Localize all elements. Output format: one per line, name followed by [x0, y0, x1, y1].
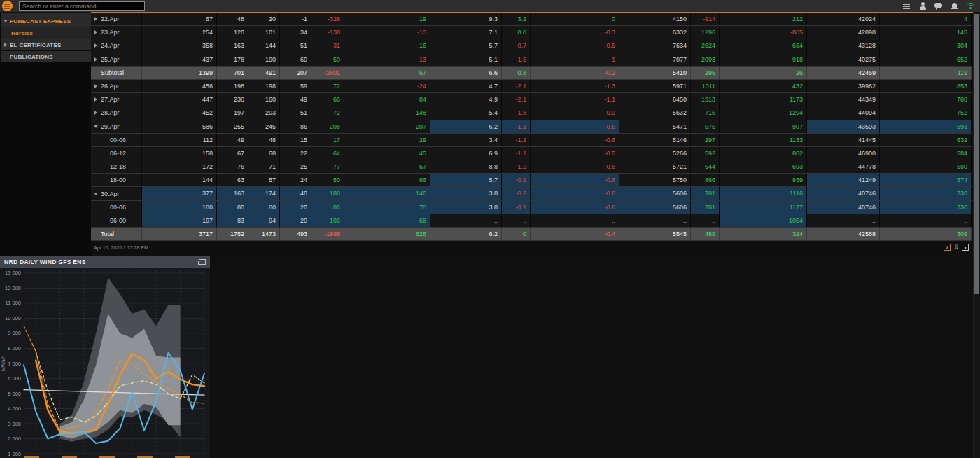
table-row[interactable]: Total371717521473493-19956286.20-0.45545…: [91, 228, 972, 241]
row-label: Total: [91, 228, 142, 240]
chevron-right-icon[interactable]: [91, 30, 101, 34]
chevron-down-icon[interactable]: [1, 20, 10, 22]
table-cell: 212: [720, 13, 807, 25]
table-cell: 64: [312, 147, 344, 160]
svg-text:3 000: 3 000: [8, 421, 21, 427]
table-cell: 628: [344, 228, 430, 240]
table-cell: 456: [142, 80, 217, 92]
sidebar-item-el-certificates[interactable]: EL-CERTIFICATES: [1, 39, 92, 51]
table-footer: Apr 16, 2020 1:15:28 PM i ⇩ x: [91, 242, 972, 254]
chevron-right-icon[interactable]: [1, 43, 10, 47]
chevron-right-icon[interactable]: [91, 17, 101, 21]
table-cell: 2093: [691, 53, 720, 66]
chevron-down-icon[interactable]: [91, 125, 101, 128]
table-cell: 69: [280, 53, 312, 66]
row-label: 28.Apr: [91, 106, 142, 119]
table-cell: 4150: [620, 13, 691, 25]
table-row[interactable]: 00-0611249481517293.4-1.2-0.651462971133…: [91, 134, 972, 147]
table-cell: -1995: [312, 228, 344, 240]
sidebar-scrolled-item: [1, 13, 92, 15]
table-row[interactable]: 25.Apr4371781906950-135.1-1.5-1707720939…: [91, 53, 972, 67]
table-cell: -1: [280, 13, 312, 25]
chevron-right-icon[interactable]: [91, 43, 101, 48]
table-row[interactable]: 28.Apr45219720351721485.4-1.8-0.95632716…: [91, 106, 972, 120]
svg-text:13 000: 13 000: [5, 270, 21, 276]
table-cell: 24: [280, 174, 312, 186]
chevron-right-icon[interactable]: [91, 97, 101, 102]
table-cell: -0.9: [502, 201, 531, 214]
table-cell: 45: [344, 147, 430, 160]
table-cell: -0.3: [531, 26, 620, 39]
table-cell: 50: [312, 53, 344, 66]
table-row[interactable]: 24.Apr35816314451-31165.7-0.7-0.57634262…: [91, 39, 972, 53]
table-cell: 2624: [691, 39, 720, 52]
download-icon[interactable]: ⇩: [953, 244, 960, 251]
chat-icon[interactable]: [934, 1, 944, 11]
table-cell: 198: [217, 80, 248, 92]
table-cell: 94: [248, 214, 280, 227]
table-cell: 358: [142, 39, 217, 52]
table-cell: 39962: [807, 80, 880, 92]
table-cell: -914: [691, 13, 720, 25]
table-cell: 42898: [807, 26, 880, 39]
table-cell: 80: [248, 201, 280, 214]
chevron-down-icon[interactable]: [91, 193, 101, 195]
user-icon[interactable]: [918, 1, 927, 11]
table-cell: 489: [691, 228, 720, 240]
table-cell: 71: [248, 160, 280, 173]
table-cell: 7077: [620, 53, 691, 66]
table-row[interactable]: Subtotal1399701491207-2601676.60.8-0.254…: [91, 67, 972, 80]
table-row[interactable]: 29.Apr586255245862082076.2-1.1-0.6547157…: [91, 120, 972, 134]
table-cell: 48: [248, 134, 280, 146]
top-bar: [0, 0, 980, 12]
table-cell: 693: [720, 160, 807, 173]
table-cell: 5632: [620, 106, 691, 119]
notifications-icon[interactable]: [950, 1, 960, 11]
table-cell: 68: [248, 147, 280, 160]
vertical-scrollbar[interactable]: [973, 12, 980, 458]
table-cell: 119: [880, 67, 972, 79]
table-row[interactable]: 12-1817276712577678.8-1.2-0.657215446934…: [91, 160, 972, 174]
wifi-icon[interactable]: [966, 1, 976, 11]
table-cell: 592: [691, 147, 720, 160]
table-row[interactable]: 18-0014463572450665.7-0.9-0.657508669394…: [91, 174, 972, 187]
row-label: 29.Apr: [91, 120, 142, 133]
scrollbar-thumb[interactable]: [974, 14, 979, 294]
table-cell: -0.4: [531, 228, 620, 240]
table-cell: -24: [344, 80, 430, 92]
table-cell: -0.8: [531, 201, 620, 214]
table-cell: -1.1: [502, 120, 531, 133]
table-row[interactable]: 00-0618080802086783.8-0.9-0.856067811177…: [91, 201, 972, 214]
table-row[interactable]: 06-1215867682264456.9-1.1-0.552665928624…: [91, 147, 972, 160]
chevron-right-icon[interactable]: [91, 84, 101, 88]
table-cell: 632: [880, 134, 972, 146]
table-row[interactable]: 22.Apr674820-1-328199.33.204150-91421242…: [91, 13, 972, 26]
sidebar-item-publications[interactable]: PUBLICATIONS: [1, 51, 92, 63]
table-cell: 580: [880, 160, 972, 173]
table-cell: 163: [217, 187, 248, 200]
table-cell: 574: [880, 174, 972, 186]
table-cell: 1752: [217, 228, 248, 240]
app-logo-icon[interactable]: [2, 1, 13, 11]
table-row[interactable]: 27.Apr4472381604966844.9-2.1-1.164501513…: [91, 93, 972, 106]
chevron-right-icon[interactable]: [91, 57, 101, 62]
table-cell: 42469: [807, 67, 880, 79]
table-cell: -1: [531, 53, 620, 66]
popout-icon[interactable]: [199, 259, 206, 265]
menu-icon[interactable]: [902, 1, 911, 11]
info-icon[interactable]: i: [944, 244, 951, 251]
sidebar-item-forecast-express[interactable]: FORECAST EXPRESS: [1, 15, 92, 27]
table-row[interactable]: 23.Apr25412010134-138-137.10.8-0.3633212…: [91, 26, 972, 39]
table-cell: 324: [720, 228, 807, 240]
chevron-right-icon[interactable]: [91, 111, 101, 115]
table-cell: ..: [880, 214, 972, 227]
sidebar-item-nordics[interactable]: Nordics: [1, 27, 92, 39]
search-input[interactable]: [19, 1, 145, 11]
table-row[interactable]: 26.Apr4561981985972-244.7-2.1-1.35971101…: [91, 80, 972, 93]
table-cell: 5471: [620, 120, 691, 133]
table-cell: 9.3: [430, 13, 502, 25]
table-row[interactable]: 30.Apr377163174401881463.8-0.9-0.8560678…: [91, 187, 972, 200]
excel-export-icon[interactable]: x: [962, 244, 969, 251]
table-row[interactable]: 06-0019783942010368..........1054....: [91, 214, 972, 228]
table-cell: 254: [142, 26, 217, 39]
